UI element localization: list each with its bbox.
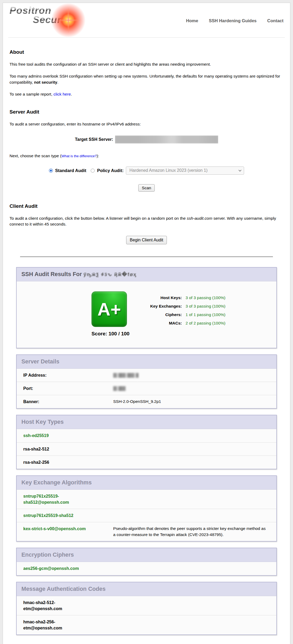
stat-label-ciphers: Ciphers: xyxy=(150,312,182,317)
about-p2-period: . xyxy=(57,80,58,84)
logo-word-security: Security xyxy=(33,15,74,25)
detail-row-banner: Banner: SSH-2.0-OpenSSH_9.2p1 xyxy=(17,395,276,408)
client-audit-text-a: To audit a client configuration, click t… xyxy=(10,216,187,220)
macs-panel: Message Authentication Codes hmac-sha2-5… xyxy=(16,582,277,635)
detail-label-banner: Banner: xyxy=(23,399,92,405)
score-label: Score: 100 / 100 xyxy=(91,331,127,337)
nav-ssh-hardening-guides[interactable]: SSH Hardening Guides xyxy=(209,18,257,23)
stat-label-host-keys: Host Keys: xyxy=(150,295,182,300)
about-heading: About xyxy=(10,49,283,55)
redacted-ip-value xyxy=(113,373,139,378)
target-server-row: Target SSH Server: xyxy=(10,136,283,143)
main-content: Positron Security Home SSH Hardening Gui… xyxy=(3,3,290,644)
stats-grid: Host Keys: 3 of 3 passing (100%) Key Exc… xyxy=(150,295,226,337)
results-body: A+ Score: 100 / 100 Host Keys: 3 of 3 pa… xyxy=(17,281,276,348)
host-key-name: ssh-ed25519 xyxy=(23,433,92,439)
detail-value-port xyxy=(113,385,271,391)
server-audit-heading: Server Audit xyxy=(10,109,283,115)
grade-column: A+ Score: 100 / 100 xyxy=(91,291,127,337)
stat-value-ciphers: 1 of 1 passing (100%) xyxy=(186,312,226,317)
nav-contact[interactable]: Contact xyxy=(267,18,283,23)
standard-audit-radio[interactable] xyxy=(49,169,53,173)
host-key-row: rsa-sha2-512 xyxy=(17,443,276,456)
stat-value-host-keys: 3 of 3 passing (100%) xyxy=(186,295,226,300)
detail-label-port: Port: xyxy=(23,385,92,391)
redaction-smear xyxy=(115,136,218,143)
policy-select-value: Hardened Amazon Linux 2023 (version 1) xyxy=(129,168,236,173)
detail-row-port: Port: xyxy=(17,382,276,395)
mac-row: hmac-sha2-512-etm@openssh.com xyxy=(17,596,276,615)
redacted-hostname: ӳҧӝѯ ҂ӟԅ ҋӂ�føӽ xyxy=(84,272,137,277)
standard-audit-label: Standard Audit xyxy=(55,168,86,173)
key-exchange-panel: Key Exchange Algorithms sntrup761x25519-… xyxy=(16,475,277,542)
kex-row: sntrup761x25519-sha512 xyxy=(17,509,276,522)
kex-name: sntrup761x25519-sha512 xyxy=(23,512,92,519)
detail-label-ip: IP Address: xyxy=(23,372,92,378)
results-panel-header: SSH Audit Results For ӳҧӝѯ ҂ӟԅ ҋӂ�føӽ xyxy=(17,268,276,281)
policy-audit-label: Policy Audit: xyxy=(97,168,123,173)
kex-row: sntrup761x25519-sha512@openssh.com xyxy=(17,490,276,509)
begin-client-audit-button[interactable]: Begin Client Audit xyxy=(126,236,167,244)
about-p2-bold: not security xyxy=(34,80,57,84)
policy-select[interactable]: Hardened Amazon Linux 2023 (version 1) xyxy=(126,166,244,175)
about-paragraph-2: Too many admins overlook SSH configurati… xyxy=(10,73,283,85)
client-audit-heading: Client Audit xyxy=(10,203,283,209)
scan-button-row: Scan xyxy=(10,184,283,192)
cipher-name: aes256-gcm@openssh.com xyxy=(23,565,92,571)
stat-value-macs: 2 of 2 passing (100%) xyxy=(186,321,226,326)
about-paragraph-1: This free tool audits the configuration … xyxy=(10,61,283,67)
about-p1-text: This free tool audits the configuration … xyxy=(10,62,211,66)
stat-value-key-exchanges: 3 of 3 passing (100%) xyxy=(186,304,226,309)
encryption-ciphers-panel: Encryption Ciphers aes256-gcm@openssh.co… xyxy=(16,548,277,575)
host-key-types-panel: Host Key Types ssh-ed25519 rsa-sha2-512 … xyxy=(16,415,277,469)
detail-value-banner: SSH-2.0-OpenSSH_9.2p1 xyxy=(113,399,271,405)
client-audit-button-row: Begin Client Audit xyxy=(10,236,283,244)
host-key-types-header: Host Key Types xyxy=(17,415,276,429)
kex-note xyxy=(113,512,271,519)
server-details-panel: Server Details IP Address: Port: Banner:… xyxy=(16,354,277,409)
policy-audit-radio[interactable] xyxy=(91,169,95,173)
target-ssh-server-input[interactable] xyxy=(115,136,218,143)
scan-type-text-a: Next, choose the scan type ( xyxy=(10,154,61,158)
logo-word-positron: Positron xyxy=(10,6,51,15)
results-title: SSH Audit Results For xyxy=(21,271,82,277)
host-key-name: rsa-sha2-256 xyxy=(23,459,92,465)
mac-name: hmac-sha2-512-etm@openssh.com xyxy=(23,600,92,612)
site-header: Positron Security Home SSH Hardening Gui… xyxy=(8,3,285,38)
main-nav: Home SSH Hardening Guides Contact xyxy=(176,17,283,23)
mac-name: hmac-sha2-256-etm@openssh.com xyxy=(23,619,92,631)
target-ssh-server-label: Target SSH Server: xyxy=(75,137,113,142)
about-paragraph-3: To see a sample report, click here. xyxy=(10,91,283,97)
scan-type-text-b: ): xyxy=(97,154,99,158)
redacted-port-value xyxy=(113,386,126,391)
stat-label-macs: MACs: xyxy=(150,321,182,326)
client-audit-paragraph: To audit a client configuration, click t… xyxy=(10,215,283,227)
stat-label-key-exchanges: Key Exchanges: xyxy=(150,304,182,309)
macs-header: Message Authentication Codes xyxy=(17,582,276,596)
key-exchange-header: Key Exchange Algorithms xyxy=(17,476,276,490)
server-details-header: Server Details xyxy=(17,355,276,369)
positron-security-logo[interactable]: Positron Security xyxy=(10,6,105,35)
kex-note: Pseudo-algorithm that denotes the peer s… xyxy=(113,526,271,538)
scan-type-line: Next, choose the scan type (What is the … xyxy=(10,153,283,159)
mac-row: hmac-sha2-256-etm@openssh.com xyxy=(17,615,276,634)
host-key-row: rsa-sha2-256 xyxy=(17,456,276,469)
encryption-ciphers-header: Encryption Ciphers xyxy=(17,548,276,562)
client-audit-domain: ssh-audit.com xyxy=(187,216,212,220)
about-p3-period: . xyxy=(71,92,72,96)
scan-button[interactable]: Scan xyxy=(138,184,154,192)
scan-type-difference-link[interactable]: What is the difference? xyxy=(61,154,97,158)
detail-row-ip: IP Address: xyxy=(17,369,276,382)
sample-report-link[interactable]: click here xyxy=(53,92,71,96)
kex-row: kex-strict-s-v00@openssh.com Pseudo-algo… xyxy=(17,522,276,541)
detail-value-ip xyxy=(113,372,271,378)
kex-note xyxy=(113,493,271,505)
nav-home[interactable]: Home xyxy=(186,18,198,23)
cipher-row: aes256-gcm@openssh.com xyxy=(17,562,276,575)
chevron-down-icon xyxy=(239,169,241,172)
host-key-name: rsa-sha2-512 xyxy=(23,446,92,452)
about-p3-text: To see a sample report, xyxy=(10,92,53,96)
kex-name: sntrup761x25519-sha512@openssh.com xyxy=(23,493,92,505)
results-panel: SSH Audit Results For ӳҧӝѯ ҂ӟԅ ҋӂ�føӽ A+… xyxy=(16,267,277,348)
host-key-row: ssh-ed25519 xyxy=(17,429,276,442)
